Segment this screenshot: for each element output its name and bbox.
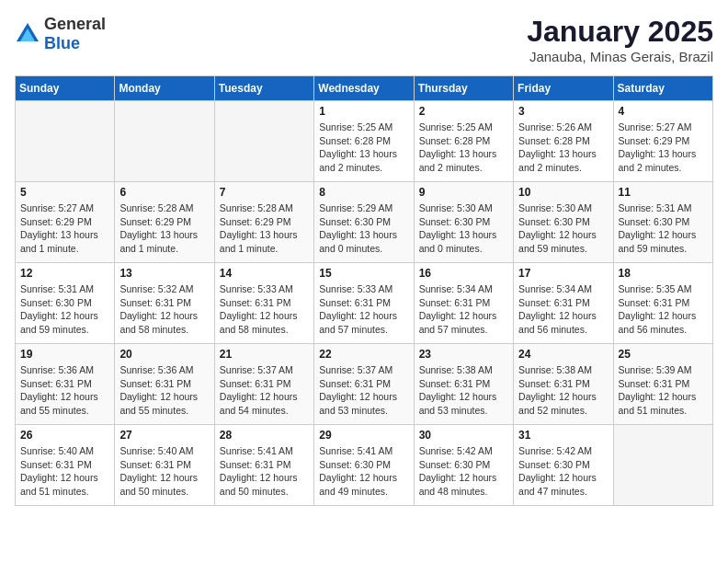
day-number: 7: [220, 186, 309, 199]
calendar-cell: 7Sunrise: 5:28 AMSunset: 6:29 PMDaylight…: [214, 182, 313, 263]
day-number: 12: [20, 267, 109, 280]
calendar-cell: 28Sunrise: 5:41 AMSunset: 6:31 PMDayligh…: [214, 425, 313, 506]
day-number: 3: [518, 105, 608, 118]
day-info: Sunrise: 5:31 AMSunset: 6:30 PMDaylight:…: [619, 201, 708, 256]
day-info: Sunrise: 5:34 AMSunset: 6:31 PMDaylight:…: [419, 282, 508, 337]
day-number: 16: [419, 267, 508, 280]
day-info: Sunrise: 5:31 AMSunset: 6:30 PMDaylight:…: [20, 282, 109, 337]
day-number: 23: [419, 348, 508, 361]
calendar-week-row: 12Sunrise: 5:31 AMSunset: 6:30 PMDayligh…: [16, 263, 713, 344]
weekday-header-row: SundayMondayTuesdayWednesdayThursdayFrid…: [16, 76, 713, 101]
calendar-cell: 3Sunrise: 5:26 AMSunset: 6:28 PMDaylight…: [514, 101, 613, 182]
day-info: Sunrise: 5:33 AMSunset: 6:31 PMDaylight:…: [220, 282, 309, 337]
day-number: 9: [419, 186, 508, 199]
logo-icon: [15, 21, 40, 47]
calendar-cell: 21Sunrise: 5:37 AMSunset: 6:31 PMDayligh…: [214, 344, 313, 425]
calendar-cell: 5Sunrise: 5:27 AMSunset: 6:29 PMDaylight…: [16, 182, 115, 263]
calendar-cell: 16Sunrise: 5:34 AMSunset: 6:31 PMDayligh…: [414, 263, 513, 344]
weekday-header-thursday: Thursday: [414, 76, 513, 101]
day-info: Sunrise: 5:32 AMSunset: 6:31 PMDaylight:…: [119, 282, 209, 337]
calendar-cell: 25Sunrise: 5:39 AMSunset: 6:31 PMDayligh…: [613, 344, 712, 425]
calendar-cell: [214, 101, 313, 182]
day-info: Sunrise: 5:30 AMSunset: 6:30 PMDaylight:…: [518, 201, 608, 256]
logo: General Blue: [15, 15, 106, 53]
calendar-week-row: 26Sunrise: 5:40 AMSunset: 6:31 PMDayligh…: [16, 425, 713, 506]
weekday-header-sunday: Sunday: [16, 76, 115, 101]
day-info: Sunrise: 5:30 AMSunset: 6:30 PMDaylight:…: [419, 201, 508, 256]
day-number: 13: [119, 267, 209, 280]
calendar-cell: 18Sunrise: 5:35 AMSunset: 6:31 PMDayligh…: [613, 263, 712, 344]
calendar-table: SundayMondayTuesdayWednesdayThursdayFrid…: [15, 75, 713, 506]
calendar-cell: 20Sunrise: 5:36 AMSunset: 6:31 PMDayligh…: [115, 344, 214, 425]
day-info: Sunrise: 5:29 AMSunset: 6:30 PMDaylight:…: [319, 201, 408, 256]
day-info: Sunrise: 5:38 AMSunset: 6:31 PMDaylight:…: [518, 363, 608, 418]
calendar-cell: 15Sunrise: 5:33 AMSunset: 6:31 PMDayligh…: [314, 263, 414, 344]
day-info: Sunrise: 5:27 AMSunset: 6:29 PMDaylight:…: [20, 201, 109, 256]
calendar-cell: 10Sunrise: 5:30 AMSunset: 6:30 PMDayligh…: [514, 182, 613, 263]
day-info: Sunrise: 5:25 AMSunset: 6:28 PMDaylight:…: [319, 121, 408, 175]
day-info: Sunrise: 5:42 AMSunset: 6:30 PMDaylight:…: [419, 444, 508, 499]
day-info: Sunrise: 5:37 AMSunset: 6:31 PMDaylight:…: [319, 363, 408, 418]
day-info: Sunrise: 5:37 AMSunset: 6:31 PMDaylight:…: [220, 363, 309, 418]
day-info: Sunrise: 5:25 AMSunset: 6:28 PMDaylight:…: [419, 121, 508, 175]
day-info: Sunrise: 5:34 AMSunset: 6:31 PMDaylight:…: [518, 282, 608, 337]
day-info: Sunrise: 5:42 AMSunset: 6:30 PMDaylight:…: [518, 444, 608, 499]
calendar-cell: [16, 101, 115, 182]
day-number: 4: [619, 105, 708, 118]
day-number: 1: [319, 105, 408, 118]
day-info: Sunrise: 5:33 AMSunset: 6:31 PMDaylight:…: [319, 282, 408, 337]
calendar-cell: 31Sunrise: 5:42 AMSunset: 6:30 PMDayligh…: [514, 425, 613, 506]
calendar-cell: 30Sunrise: 5:42 AMSunset: 6:30 PMDayligh…: [414, 425, 513, 506]
weekday-header-saturday: Saturday: [613, 76, 712, 101]
day-number: 20: [119, 348, 209, 361]
weekday-header-wednesday: Wednesday: [314, 76, 414, 101]
day-number: 10: [518, 186, 608, 199]
day-info: Sunrise: 5:41 AMSunset: 6:30 PMDaylight:…: [319, 444, 408, 499]
calendar-week-row: 1Sunrise: 5:25 AMSunset: 6:28 PMDaylight…: [16, 101, 713, 182]
day-number: 25: [619, 348, 708, 361]
calendar-cell: 19Sunrise: 5:36 AMSunset: 6:31 PMDayligh…: [16, 344, 115, 425]
day-info: Sunrise: 5:40 AMSunset: 6:31 PMDaylight:…: [119, 444, 209, 499]
calendar-cell: 1Sunrise: 5:25 AMSunset: 6:28 PMDaylight…: [314, 101, 414, 182]
calendar-cell: 4Sunrise: 5:27 AMSunset: 6:29 PMDaylight…: [613, 101, 712, 182]
calendar-cell: 23Sunrise: 5:38 AMSunset: 6:31 PMDayligh…: [414, 344, 513, 425]
day-number: 30: [419, 429, 508, 442]
day-number: 28: [220, 429, 309, 442]
day-number: 26: [20, 429, 109, 442]
day-number: 31: [518, 429, 608, 442]
day-info: Sunrise: 5:28 AMSunset: 6:29 PMDaylight:…: [119, 201, 209, 256]
logo-text-blue: Blue: [44, 34, 80, 52]
calendar-cell: 14Sunrise: 5:33 AMSunset: 6:31 PMDayligh…: [214, 263, 313, 344]
day-number: 18: [619, 267, 708, 280]
calendar-cell: 11Sunrise: 5:31 AMSunset: 6:30 PMDayligh…: [613, 182, 712, 263]
calendar-cell: 2Sunrise: 5:25 AMSunset: 6:28 PMDaylight…: [414, 101, 513, 182]
weekday-header-friday: Friday: [514, 76, 613, 101]
day-info: Sunrise: 5:28 AMSunset: 6:29 PMDaylight:…: [220, 201, 309, 256]
calendar-cell: 8Sunrise: 5:29 AMSunset: 6:30 PMDaylight…: [314, 182, 414, 263]
day-info: Sunrise: 5:40 AMSunset: 6:31 PMDaylight:…: [20, 444, 109, 499]
day-number: 15: [319, 267, 408, 280]
day-number: 29: [319, 429, 408, 442]
calendar-title: January 2025: [527, 15, 713, 49]
day-number: 5: [20, 186, 109, 199]
calendar-cell: 26Sunrise: 5:40 AMSunset: 6:31 PMDayligh…: [16, 425, 115, 506]
header: General Blue January 2025 Janauba, Minas…: [15, 15, 713, 64]
day-number: 24: [518, 348, 608, 361]
calendar-cell: 13Sunrise: 5:32 AMSunset: 6:31 PMDayligh…: [115, 263, 214, 344]
day-number: 27: [119, 429, 209, 442]
day-number: 22: [319, 348, 408, 361]
day-number: 14: [220, 267, 309, 280]
day-number: 17: [518, 267, 608, 280]
calendar-cell: 24Sunrise: 5:38 AMSunset: 6:31 PMDayligh…: [514, 344, 613, 425]
title-area: January 2025 Janauba, Minas Gerais, Braz…: [527, 15, 713, 64]
calendar-cell: 22Sunrise: 5:37 AMSunset: 6:31 PMDayligh…: [314, 344, 414, 425]
day-number: 11: [619, 186, 708, 199]
day-info: Sunrise: 5:39 AMSunset: 6:31 PMDaylight:…: [619, 363, 708, 418]
calendar-cell: 6Sunrise: 5:28 AMSunset: 6:29 PMDaylight…: [115, 182, 214, 263]
calendar-cell: 9Sunrise: 5:30 AMSunset: 6:30 PMDaylight…: [414, 182, 513, 263]
calendar-cell: 12Sunrise: 5:31 AMSunset: 6:30 PMDayligh…: [16, 263, 115, 344]
day-info: Sunrise: 5:36 AMSunset: 6:31 PMDaylight:…: [20, 363, 109, 418]
weekday-header-monday: Monday: [115, 76, 214, 101]
day-info: Sunrise: 5:41 AMSunset: 6:31 PMDaylight:…: [220, 444, 309, 499]
day-info: Sunrise: 5:35 AMSunset: 6:31 PMDaylight:…: [619, 282, 708, 337]
